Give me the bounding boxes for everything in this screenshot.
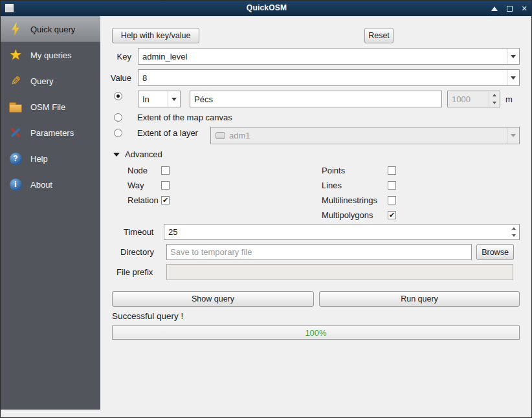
value-combobox[interactable]: 8 <box>138 69 520 86</box>
sidebar-item-label: Parameters <box>30 128 74 138</box>
chevron-down-icon[interactable] <box>507 49 519 64</box>
place-input-value: Pécs <box>190 94 441 104</box>
multipolygons-label: Multipolygons <box>322 210 373 220</box>
status-message: Successful query ! <box>112 311 183 321</box>
layer-combobox-value: adm1 <box>229 131 507 140</box>
tools-icon <box>8 125 23 140</box>
extent-layer-label[interactable]: Extent of a layer <box>137 128 198 138</box>
sidebar-item-about[interactable]: i About <box>1 171 100 197</box>
spinner-arrows[interactable] <box>508 225 519 239</box>
advanced-collapse-icon[interactable] <box>113 153 120 157</box>
sidebar-item-label: Help <box>30 154 48 164</box>
chevron-down-icon <box>507 127 519 144</box>
in-combobox[interactable]: In <box>138 91 181 107</box>
way-checkbox[interactable] <box>161 181 170 190</box>
sidebar-item-help[interactable]: ? Help <box>1 146 100 171</box>
shade-button[interactable] <box>490 4 499 13</box>
close-button[interactable]: ✕ <box>520 4 529 13</box>
advanced-toggle[interactable]: Advanced <box>125 149 162 159</box>
help-icon: ? <box>8 151 23 166</box>
lightning-icon <box>8 21 23 37</box>
sidebar-item-label: OSM File <box>30 102 65 112</box>
chevron-down-icon[interactable] <box>507 70 519 85</box>
node-label: Node <box>127 166 148 175</box>
sidebar-item-osm-file[interactable]: OSM File <box>1 94 100 120</box>
multipolygons-checkbox[interactable] <box>388 211 396 219</box>
sidebar-item-label: My queries <box>30 50 72 60</box>
spinner-arrows[interactable] <box>489 91 500 107</box>
layer-combobox[interactable]: adm1 <box>210 127 520 144</box>
key-label: Key <box>80 52 131 61</box>
sidebar-item-quick-query[interactable]: Quick query <box>1 16 100 42</box>
star-icon: ★ <box>8 47 23 63</box>
distance-unit-label: m <box>505 94 513 104</box>
in-combobox-value: In <box>139 94 168 104</box>
pencil-icon: ✎ <box>8 73 23 89</box>
progress-bar: 100% <box>112 325 520 340</box>
chevron-down-icon[interactable] <box>168 91 180 107</box>
sidebar-item-label: Query <box>30 76 53 86</box>
node-checkbox[interactable] <box>161 166 170 175</box>
show-query-button[interactable]: Show query <box>112 291 314 307</box>
multilinestrings-checkbox[interactable] <box>388 196 396 204</box>
reset-button[interactable]: Reset <box>364 28 393 43</box>
multilinestrings-label: Multilinestrings <box>322 195 377 205</box>
radio-extent-layer[interactable] <box>114 129 122 137</box>
file-prefix-input[interactable] <box>166 264 513 280</box>
maximize-button[interactable] <box>505 4 514 13</box>
file-prefix-label: File prefix <box>116 267 153 277</box>
radio-extent-canvas[interactable] <box>114 113 122 122</box>
lines-label: Lines <box>322 181 342 190</box>
extent-canvas-label[interactable]: Extent of the map canvas <box>137 113 232 122</box>
window-title: QuickOSM <box>1 3 532 12</box>
help-key-value-button[interactable]: Help with key/value <box>112 28 199 43</box>
value-label: Value <box>80 73 131 83</box>
timeout-label: Timeout <box>124 227 153 237</box>
points-checkbox[interactable] <box>388 166 396 175</box>
sidebar-item-label: About <box>30 180 52 190</box>
sidebar-item-label: Quick query <box>30 25 75 34</box>
layer-icon <box>216 132 225 139</box>
quickosm-window: QuickOSM ✕ Quick query ★ My queries ✎ Qu… <box>0 0 532 418</box>
distance-spinbox[interactable]: 1000 <box>447 91 500 107</box>
lines-checkbox[interactable] <box>388 181 396 190</box>
distance-value: 1000 <box>448 94 489 104</box>
folder-icon <box>8 99 23 115</box>
relation-checkbox[interactable] <box>161 196 170 204</box>
info-icon: i <box>8 177 23 192</box>
browse-button[interactable]: Browse <box>476 244 514 260</box>
sidebar-item-parameters[interactable]: Parameters <box>1 120 100 146</box>
value-combobox-value: 8 <box>139 73 507 83</box>
key-combobox[interactable]: admin_level <box>138 48 520 65</box>
directory-input[interactable] <box>166 244 472 260</box>
key-combobox-value: admin_level <box>139 52 507 61</box>
progress-text: 100% <box>305 328 326 338</box>
points-label: Points <box>322 166 345 175</box>
place-input[interactable]: Pécs <box>190 91 442 107</box>
run-query-button[interactable]: Run query <box>319 291 520 307</box>
timeout-value: 25 <box>164 227 508 237</box>
radio-in-place[interactable] <box>114 92 122 100</box>
timeout-spinbox[interactable]: 25 <box>164 224 520 240</box>
way-label: Way <box>127 181 144 190</box>
titlebar: QuickOSM ✕ <box>1 1 532 16</box>
directory-label: Directory <box>120 247 154 257</box>
relation-label: Relation <box>127 195 159 205</box>
